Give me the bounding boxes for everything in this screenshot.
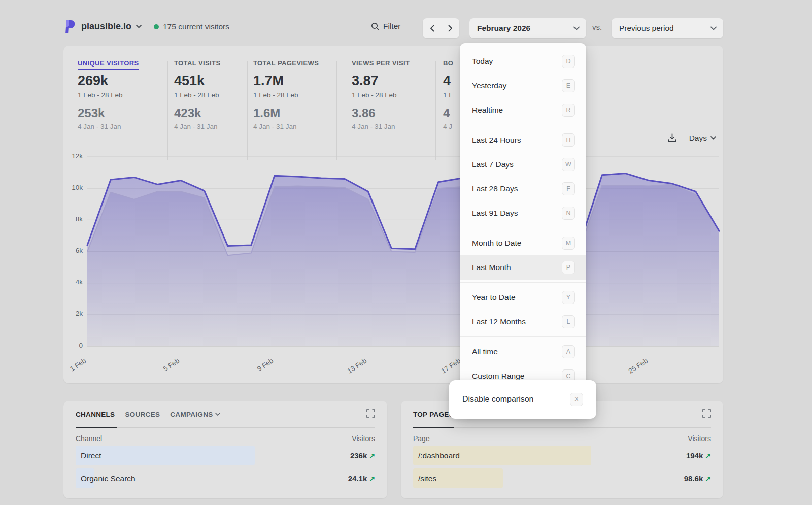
x-tick: 17 Feb — [438, 357, 462, 376]
search-icon — [371, 22, 380, 31]
tab-sources[interactable]: SOURCES — [125, 411, 160, 418]
stat-prev-value: 253k — [78, 106, 139, 120]
tab-campaigns[interactable]: CAMPAIGNS — [170, 411, 220, 418]
tab-channels[interactable]: CHANNELS — [76, 411, 115, 418]
column-headers: Channel Visitors — [76, 434, 375, 443]
stat-prev-value: 4 — [443, 106, 453, 120]
chevron-down-icon — [136, 25, 142, 28]
stat-bounce-rate-truncated[interactable]: BO 4 1 F 4 4 J — [443, 59, 453, 130]
x-tick: 25 Feb — [625, 357, 649, 376]
y-tick: 6k — [63, 247, 83, 254]
menu-item-last-91-days[interactable]: Last 91 Days N — [460, 201, 586, 225]
stat-prev-value: 423k — [174, 106, 220, 120]
shortcut-badge: F — [562, 182, 575, 195]
menu-item-today[interactable]: Today D — [460, 49, 586, 74]
stat-period: 1 Feb - 28 Feb — [174, 91, 220, 99]
page-row-dashboard[interactable]: /:dashboard 194k↗ — [413, 446, 711, 465]
chevron-down-icon — [573, 26, 580, 30]
tab-top-pages[interactable]: TOP PAGES — [413, 411, 454, 418]
live-dot-icon — [154, 24, 159, 29]
next-period-arrow[interactable] — [441, 18, 459, 38]
menu-item-last-7-days[interactable]: Last 7 Days W — [460, 152, 586, 177]
shortcut-badge: L — [562, 315, 575, 328]
y-tick: 2k — [63, 310, 83, 317]
y-tick: 8k — [63, 215, 83, 223]
chart-controls: Days — [667, 133, 716, 143]
menu-item-yesterday[interactable]: Yesterday E — [460, 74, 586, 98]
stat-total-visits[interactable]: TOTAL VISITS 451k 1 Feb - 28 Feb 423k 4 … — [174, 59, 220, 130]
menu-item-last-28-days[interactable]: Last 28 Days F — [460, 177, 586, 201]
expand-icon[interactable] — [702, 409, 711, 418]
period-nav — [423, 18, 459, 38]
chevron-down-icon — [215, 413, 220, 416]
stat-total-pageviews[interactable]: TOTAL PAGEVIEWS 1.7M 1 Feb - 28 Feb 1.6M… — [253, 59, 319, 130]
stat-views-per-visit[interactable]: VIEWS PER VISIT 3.87 1 Feb - 28 Feb 3.86… — [352, 59, 410, 130]
channel-row-organic-search[interactable]: Organic Search 24.1k↗ — [76, 468, 375, 488]
stat-unique-visitors[interactable]: UNIQUE VISITORS 269k 1 Feb - 28 Feb 253k… — [78, 59, 139, 130]
chart-series — [87, 174, 719, 346]
filter-button[interactable]: Filter — [371, 22, 400, 31]
column-headers: Page Visitors — [413, 434, 711, 443]
shortcut-badge: A — [562, 345, 575, 358]
shortcut-badge: X — [570, 393, 583, 406]
site-switcher[interactable]: plausible.io — [65, 20, 142, 33]
stat-prev-period: 4 Jan - 31 Jan — [352, 123, 410, 130]
chevron-down-icon — [710, 136, 716, 140]
chevron-right-icon — [448, 25, 453, 32]
shortcut-badge: Y — [562, 291, 575, 304]
trend-up-icon: ↗ — [369, 475, 375, 483]
divider — [435, 61, 436, 160]
menu-item-realtime[interactable]: Realtime R — [460, 98, 586, 122]
menu-item-last-month[interactable]: Last Month P — [460, 255, 586, 280]
interval-select[interactable]: Days — [689, 133, 716, 143]
menu-group: Month to Date M Last Month P — [460, 228, 586, 282]
stat-value: 4 — [443, 73, 453, 89]
filter-label: Filter — [383, 22, 400, 31]
menu-item-month-to-date[interactable]: Month to Date M — [460, 231, 586, 255]
plausible-dashboard: plausible.io 175 current visitors Filter — [0, 0, 812, 505]
stat-prev-period: 4 Jan - 31 Jan — [174, 123, 220, 130]
comparison-select[interactable]: Previous period — [612, 18, 723, 38]
divider — [167, 61, 168, 160]
page-row-sites[interactable]: /sites 98.6k↗ — [413, 468, 711, 488]
stat-period: 1 Feb - 28 Feb — [352, 91, 410, 99]
expand-icon[interactable] — [366, 409, 375, 418]
interval-value: Days — [689, 133, 707, 143]
chevron-down-icon — [710, 26, 717, 30]
previous-period-arrow[interactable] — [423, 18, 441, 38]
menu-group: Today D Yesterday E Realtime R — [460, 47, 586, 125]
channels-tabs: CHANNELS SOURCES CAMPAIGNS — [76, 408, 375, 420]
date-range-value: February 2026 — [477, 24, 530, 33]
chevron-left-icon — [430, 25, 434, 32]
stat-prev-value: 3.86 — [352, 106, 410, 120]
vs-label: vs. — [592, 23, 602, 31]
shortcut-badge: R — [562, 104, 575, 117]
shortcut-badge: H — [562, 133, 575, 147]
divider — [247, 61, 248, 160]
menu-item-last-12-months[interactable]: Last 12 Months L — [460, 310, 586, 334]
visitors-area-chart[interactable] — [87, 157, 719, 346]
divider — [336, 61, 337, 160]
stats-and-chart-panel: UNIQUE VISITORS 269k 1 Feb - 28 Feb 253k… — [63, 46, 723, 383]
row-bar — [76, 446, 255, 465]
shortcut-badge: N — [562, 207, 575, 220]
trend-up-icon: ↗ — [705, 475, 711, 483]
date-range-select[interactable]: February 2026 — [469, 18, 586, 38]
menu-item-all-time[interactable]: All time A — [460, 340, 586, 364]
x-tick: 1 Feb — [63, 357, 87, 376]
channel-row-direct[interactable]: Direct 236k↗ — [76, 446, 375, 465]
date-range-menu: Today D Yesterday E Realtime R Last 24 H… — [460, 43, 586, 412]
site-name: plausible.io — [81, 21, 131, 32]
menu-item-last-24-hours[interactable]: Last 24 Hours H — [460, 128, 586, 152]
comparison-value: Previous period — [619, 24, 674, 33]
stat-prev-period: 4 J — [443, 123, 453, 130]
menu-item-disable-comparison[interactable]: Disable comparison X — [449, 380, 596, 419]
download-icon[interactable] — [667, 133, 677, 143]
stat-value: 1.7M — [253, 73, 319, 89]
stat-period: 1 Feb - 28 Feb — [78, 91, 139, 99]
stat-period: 1 F — [443, 91, 453, 99]
stat-prev-value: 1.6M — [253, 106, 319, 120]
menu-item-year-to-date[interactable]: Year to Date Y — [460, 285, 586, 310]
stat-value: 451k — [174, 73, 220, 89]
current-visitors[interactable]: 175 current visitors — [154, 22, 229, 31]
